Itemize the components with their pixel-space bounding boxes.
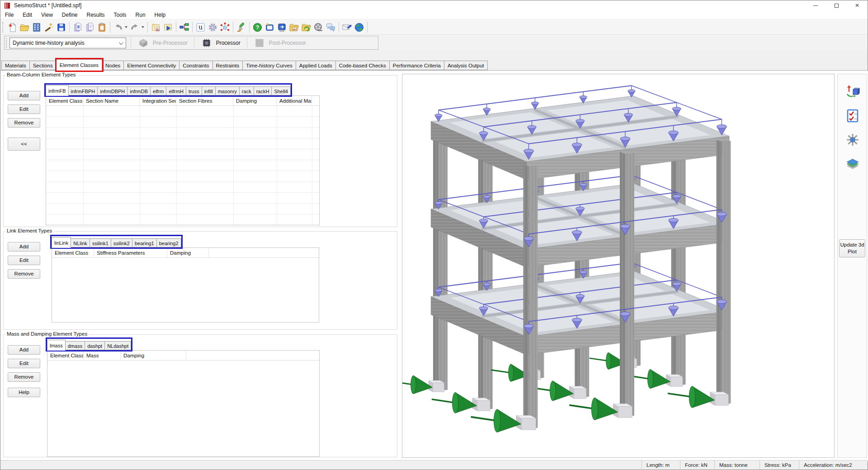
subtab-rack[interactable]: rack: [240, 86, 254, 95]
link-table[interactable]: Element Class Stiffness Parameters Dampi…: [52, 247, 319, 323]
subtab-dashpt[interactable]: dashpt: [85, 341, 105, 350]
menu-define[interactable]: Define: [57, 10, 82, 19]
close-button[interactable]: ✕: [847, 0, 868, 10]
mass-damping-help-button[interactable]: Help: [8, 388, 40, 397]
tab-element-connectivity[interactable]: Element Connectivity: [124, 61, 179, 70]
processor-button[interactable]: Processor: [194, 36, 247, 49]
mass-damping-remove-button[interactable]: Remove: [8, 372, 40, 382]
subtab-infrmFBPH[interactable]: infrmFBPH: [69, 86, 98, 95]
menu-help[interactable]: Help: [150, 10, 170, 19]
subtab-lmass[interactable]: lmass: [47, 340, 66, 351]
lattice-icon[interactable]: [219, 21, 231, 33]
column-header[interactable]: Mass: [84, 351, 121, 361]
units-icon[interactable]: u: [194, 21, 207, 33]
tab-materials[interactable]: Materials: [1, 61, 30, 70]
tab-code-based-checks[interactable]: Code-based Checks: [336, 61, 390, 70]
beam-column-add-button[interactable]: Add: [8, 91, 40, 100]
beam-column-edit-button[interactable]: Edit: [8, 104, 40, 114]
email-icon[interactable]: [341, 21, 353, 33]
folder-refresh-icon[interactable]: [300, 21, 312, 33]
help-icon[interactable]: ?: [251, 21, 264, 33]
beam-column-table[interactable]: Element Class Section Name Integration S…: [46, 95, 320, 225]
subtab-NLlink[interactable]: NLlink: [71, 238, 90, 247]
tab-constraints[interactable]: Constraints: [179, 61, 212, 70]
settings-gear-icon[interactable]: [207, 21, 219, 33]
subtab-bearing1[interactable]: bearing1: [132, 238, 157, 247]
column-header[interactable]: Stiffness Parameters: [94, 248, 167, 258]
subtab-infrmDBPH[interactable]: infrmDBPH: [98, 86, 127, 95]
save-icon[interactable]: [55, 21, 67, 33]
view-orientation-button[interactable]: [845, 84, 860, 100]
help-book-icon[interactable]: [276, 21, 288, 33]
link-add-button[interactable]: Add: [8, 242, 40, 252]
redo-icon[interactable]: [129, 21, 141, 33]
undo-icon[interactable]: [112, 21, 124, 33]
analysis-type-dropdown[interactable]: Dynamic time-history analysis: [9, 38, 126, 48]
column-header[interactable]: Element Class: [52, 248, 94, 258]
column-header[interactable]: Damping: [233, 96, 277, 106]
column-header[interactable]: Integration Sec...: [140, 96, 176, 106]
link-edit-button[interactable]: Edit: [8, 256, 40, 265]
connectivity-icon[interactable]: [178, 21, 190, 33]
tab-nodes[interactable]: Nodes: [102, 61, 124, 70]
column-header[interactable]: Element Class: [46, 96, 83, 106]
mass-damping-table[interactable]: Element Class Mass Damping: [47, 350, 320, 457]
movies-icon[interactable]: [312, 21, 325, 33]
column-header[interactable]: Damping: [167, 248, 209, 258]
help-book-new-icon[interactable]: [264, 21, 276, 33]
subtab-masonry[interactable]: masonry: [216, 86, 240, 95]
folder-document-icon[interactable]: [288, 21, 300, 33]
subtab-truss[interactable]: truss: [186, 86, 202, 95]
web-icon[interactable]: [353, 21, 365, 33]
menu-run[interactable]: Run: [131, 10, 150, 19]
column-header[interactable]: Section Fibres: [176, 96, 233, 106]
post-processor-button[interactable]: Post-Processor: [247, 36, 312, 49]
beam-column-collapse-button[interactable]: <<: [8, 138, 40, 151]
mass-damping-add-button[interactable]: Add: [8, 345, 40, 355]
minimize-button[interactable]: [805, 0, 826, 10]
menu-results[interactable]: Results: [82, 10, 109, 19]
subtab-elfrmH[interactable]: elfrmH: [166, 86, 186, 95]
tab-performance-criteria[interactable]: Performance Criteria: [390, 61, 444, 70]
update-3d-plot-button[interactable]: Update 3d Plot: [839, 239, 865, 257]
subtab-infrmFB[interactable]: infrmFB: [46, 85, 69, 96]
menu-tools[interactable]: Tools: [109, 10, 131, 19]
redo-dropdown-icon[interactable]: [142, 26, 144, 28]
tab-analysis-output[interactable]: Analysis Output: [444, 61, 488, 70]
copy-page-icon[interactable]: [84, 21, 96, 33]
column-header[interactable]: Element Class: [47, 351, 84, 361]
menu-view[interactable]: View: [37, 10, 57, 19]
copy-model-icon[interactable]: [71, 21, 84, 33]
tab-time-history-curves[interactable]: Time-history Curves: [243, 61, 296, 70]
tab-restraints[interactable]: Restraints: [213, 61, 243, 70]
mass-damping-edit-button[interactable]: Edit: [8, 359, 40, 368]
undo-dropdown-icon[interactable]: [125, 26, 127, 28]
open-file-icon[interactable]: [19, 21, 31, 33]
tab-sections[interactable]: Sections: [30, 61, 57, 70]
subtab-rackH[interactable]: rackH: [254, 86, 272, 95]
column-header[interactable]: Damping: [121, 351, 186, 361]
table-run-icon[interactable]: [162, 21, 174, 33]
menu-file[interactable]: File: [0, 10, 18, 19]
pre-processor-button[interactable]: Pre-Processor: [131, 36, 194, 49]
layers-button[interactable]: [845, 156, 860, 171]
subtab-infill[interactable]: infill: [202, 86, 216, 95]
paste-icon[interactable]: [96, 21, 108, 33]
beam-column-remove-button[interactable]: Remove: [8, 118, 40, 128]
link-remove-button[interactable]: Remove: [8, 269, 40, 279]
axes-3d-button[interactable]: [845, 132, 860, 147]
subtab-linLink[interactable]: linLink: [52, 237, 71, 248]
subtab-infrmDB[interactable]: infrmDB: [127, 86, 151, 95]
subtab-ssilink2[interactable]: ssilink2: [111, 238, 132, 247]
column-header[interactable]: Additional Mass: [277, 96, 312, 106]
column-header[interactable]: Section Name: [83, 96, 140, 106]
subtab-bearing2[interactable]: bearing2: [157, 238, 181, 247]
subtab-NLdashpt[interactable]: NLdashpt: [105, 341, 131, 350]
building-model-icon[interactable]: [31, 21, 43, 33]
tab-applied-loads[interactable]: Applied Loads: [296, 61, 336, 70]
subtab-Shell4[interactable]: Shell4: [272, 86, 291, 95]
maximize-button[interactable]: [826, 0, 847, 10]
checklist-button[interactable]: [845, 108, 860, 123]
tab-element-classes[interactable]: Element Classes: [57, 59, 102, 71]
wizard-icon[interactable]: [43, 21, 55, 33]
